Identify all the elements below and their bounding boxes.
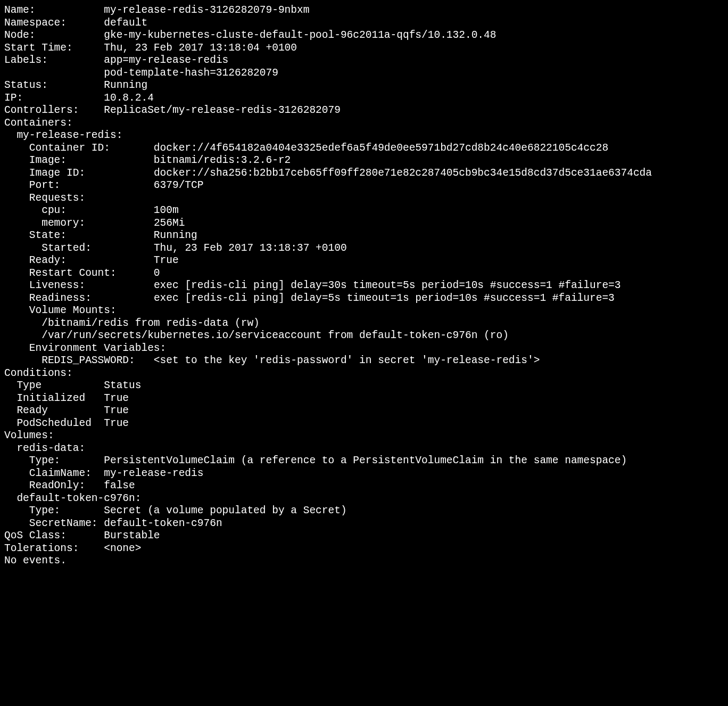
env-redis-password: <set to the key 'redis-password' in secr… [154,355,540,366]
pod-controllers: ReplicaSet/my-release-redis-3126282079 [104,104,341,116]
container-memory: 256Mi [154,217,185,229]
condition-0-status: True [104,392,129,404]
pod-name: my-release-redis-3126282079-9nbxm [104,4,309,16]
vol-redisdata-ro-label: ReadOnly: [29,480,85,491]
container-ready-label: Ready: [29,255,67,266]
vol-token-secret: default-token-c976n [104,518,222,529]
vol-redisdata-claim: my-release-redis [104,467,203,479]
container-state-label: State: [29,229,67,241]
condition-0-type: Initialized [16,392,85,404]
vol-token-type: Secret (a volume populated by a Secret) [104,505,346,516]
pod-namespace-label: Namespace: [4,17,67,29]
container-port-label: Port: [29,179,61,191]
container-restart: 0 [154,267,160,279]
env-redis-password-label: REDIS_PASSWORD: [42,355,135,366]
qos-value: Burstable [104,530,160,541]
pod-status: Running [104,79,147,91]
container-cpu-label: cpu: [42,204,67,216]
container-port: 6379/TCP [154,179,204,191]
container-restart-label: Restart Count: [29,267,117,279]
vol-token-type-label: Type: [29,505,61,516]
container-image: bitnami/redis:3.2.6-r2 [154,154,291,166]
tolerations-label: Tolerations: [4,543,79,554]
conditions-header-type: Type [16,380,42,391]
no-events: No events. [4,555,67,567]
vol-redisdata-ro: false [104,480,135,491]
pod-node: gke-my-kubernetes-cluste-default-pool-96… [104,29,496,41]
vol-redisdata-type: PersistentVolumeClaim (a reference to a … [104,455,627,466]
pod-labels-label: Labels: [4,54,48,66]
pod-label-1: pod-template-hash=3126282079 [104,67,278,79]
condition-1-status: True [104,405,129,416]
pod-status-label: Status: [4,79,48,91]
container-liveness-label: Liveness: [29,280,85,291]
container-requests-label: Requests: [29,192,85,204]
terminal-output: Name: my-release-redis-3126282079-9nbxm … [0,0,728,572]
pod-controllers-label: Controllers: [4,104,79,116]
container-started-label: Started: [42,242,92,254]
vol-redisdata-type-label: Type: [29,455,61,466]
container-mounts-label: Volume Mounts: [29,305,117,316]
container-mount-0: /bitnami/redis from redis-data (rw) [42,317,260,329]
container-mount-1: /var/run/secrets/kubernetes.io/serviceac… [42,330,509,341]
container-started: Thu, 23 Feb 2017 13:18:37 +0100 [154,242,347,254]
vol-redisdata-claim-label: ClaimName: [29,467,92,479]
pod-node-label: Node: [4,29,36,41]
qos-label: QoS Class: [4,530,67,541]
condition-1-type: Ready [16,405,48,416]
pod-ip: 10.8.2.4 [104,92,154,104]
volumes-label: Volumes: [4,430,54,441]
container-cpu: 100m [154,204,179,216]
tolerations-value: <none> [104,543,141,554]
container-state: Running [154,229,197,241]
vol-token-secret-label: SecretName: [29,518,98,529]
conditions-label: Conditions: [4,367,73,379]
pod-starttime-label: Start Time: [4,42,73,54]
container-id: docker://4f654182a0404e3325edef6a5f49de0… [154,142,608,154]
container-memory-label: memory: [42,217,85,229]
container-ready: True [154,255,179,266]
pod-ip-label: IP: [4,92,23,104]
container-env-label: Environment Variables: [29,342,166,354]
pod-label-0: app=my-release-redis [104,54,228,66]
container-readiness: exec [redis-cli ping] delay=5s timeout=1… [154,292,615,304]
conditions-header-status: Status [104,380,141,391]
pod-name-label: Name: [4,4,36,16]
container-readiness-label: Readiness: [29,292,92,304]
container-image-label: Image: [29,154,67,166]
container-id-label: Container ID: [29,142,110,154]
pod-containers-label: Containers: [4,117,73,129]
pod-starttime: Thu, 23 Feb 2017 13:18:04 +0100 [104,42,297,54]
container-name: my-release-redis: [16,129,122,141]
container-liveness: exec [redis-cli ping] delay=30s timeout=… [154,280,621,291]
vol-token-name: default-token-c976n: [16,492,141,504]
pod-namespace: default [104,17,147,29]
condition-2-type: PodScheduled [16,417,91,429]
vol-redisdata-name: redis-data: [16,442,85,454]
container-imageid-label: Image ID: [29,167,85,179]
container-imageid: docker://sha256:b2bb17ceb65ff09ff280e71e… [154,167,652,179]
condition-2-status: True [104,417,129,429]
